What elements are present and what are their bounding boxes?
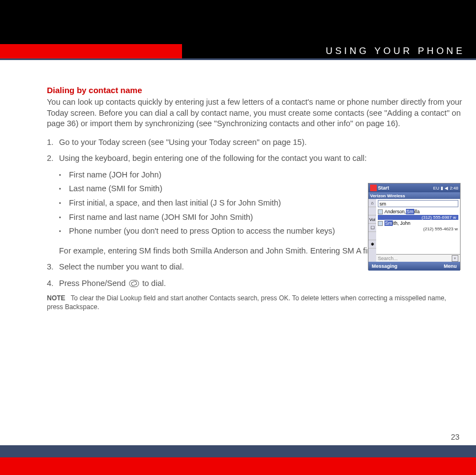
note-label: NOTE: [47, 294, 65, 302]
contact-card-icon: [378, 209, 383, 214]
note-paragraph: NOTE To clear the Dial Lookup field and …: [47, 294, 463, 311]
rail-icon: [368, 207, 376, 215]
step-number: 4.: [47, 278, 59, 289]
step4-suffix: to dial.: [142, 279, 166, 288]
intro-paragraph: You can look up contacts quickly by ente…: [47, 97, 463, 129]
bullet-text: First initial, a space, and then last in…: [69, 198, 281, 209]
contact-name-match: Sm: [384, 220, 393, 226]
softkey-left: Messaging: [372, 263, 398, 269]
shot-body: ⌂ Voi ☐ ✱ sm Anderson, Smilla (312) 555-…: [368, 199, 460, 262]
bullet-text: Phone number (you don't need to press Op…: [69, 226, 335, 237]
signal-icon: ▮: [441, 186, 443, 191]
phone-screenshot: Start EU ▮ ◀ 2:48 Verizon Wireless ⌂ Voi…: [368, 183, 461, 270]
bullet-text: First name and last name (JOH SMI for Jo…: [69, 212, 253, 223]
rail-icon: [368, 232, 376, 240]
rail-icon: ☐: [368, 224, 376, 232]
section-header-title: USING YOUR PHONE: [325, 46, 465, 57]
step-text: Press Phone/Send to dial.: [59, 278, 463, 289]
status-tray: EU ▮ ◀ 2:48: [433, 186, 458, 191]
start-label: Start: [378, 185, 389, 191]
rail-icon: ✱: [368, 240, 376, 249]
shot-main: sm Anderson, Smilla (312) 555-6987 w Smi…: [376, 199, 460, 262]
shot-left-rail: ⌂ Voi ☐ ✱: [368, 199, 376, 262]
bullet-marker: •: [59, 226, 69, 237]
step4-prefix: Press Phone/Send: [59, 279, 128, 288]
shot-titlebar: Start EU ▮ ◀ 2:48: [368, 183, 460, 192]
bullet-marker: •: [59, 170, 69, 181]
step-2: 2. Using the keyboard, begin entering on…: [47, 153, 458, 164]
contact-name-pre: Anderson,: [384, 209, 406, 214]
step-1: 1. Go to your Today screen (see "Using y…: [47, 137, 463, 148]
bullet-marker: •: [59, 212, 69, 223]
bottom-blue-strip: [0, 445, 476, 457]
bullet-text: First name (JOH for John): [69, 170, 162, 181]
bullet-item: • First name (JOH for John): [59, 170, 458, 181]
header-underline: [0, 58, 476, 60]
shot-search-input: sm: [378, 200, 458, 207]
bullet-marker: •: [59, 183, 69, 195]
clock: 2:48: [450, 186, 458, 191]
softkey-right: Menu: [444, 263, 457, 269]
contact-number: (212) 555-4623 w: [376, 226, 460, 231]
step-number: 2.: [47, 153, 59, 164]
contact-card-icon: [378, 221, 383, 226]
shot-search-bar: Search... ▾: [376, 254, 460, 262]
speaker-icon: ◀: [445, 186, 448, 191]
status-eu: EU: [433, 186, 439, 191]
contact-name-post: illa: [414, 209, 420, 214]
contact-row: Anderson, Smilla: [376, 208, 460, 215]
step-number: 1.: [47, 137, 59, 148]
page-number: 23: [451, 433, 459, 441]
windows-flag-icon: [370, 185, 377, 191]
search-placeholder: Search...: [378, 256, 398, 261]
note-body: To clear the Dial Lookup field and start…: [47, 294, 446, 311]
step-number: 3.: [47, 262, 59, 273]
phone-send-icon: [129, 280, 139, 287]
contact-row: Smith, John: [376, 220, 460, 226]
shot-softkeys: Messaging Menu: [368, 262, 460, 271]
bullet-marker: •: [59, 198, 69, 209]
contact-name-post: ith, John: [393, 220, 410, 226]
contact-number-selected: (312) 555-6987 w: [378, 215, 458, 220]
step-text: Go to your Today screen (see "Using your…: [59, 137, 463, 148]
section-header: USING YOUR PHONE: [182, 44, 476, 58]
step-text: Using the keyboard, begin entering one o…: [59, 153, 458, 164]
step-4: 4. Press Phone/Send to dial.: [47, 278, 463, 289]
subsection-heading: Dialing by contact name: [47, 85, 463, 95]
rail-icon: ⌂: [368, 199, 376, 207]
contact-name-match: Sm: [406, 209, 414, 214]
top-black-band: [0, 0, 476, 44]
bottom-red-band: [0, 457, 476, 475]
chevron-down-icon: ▾: [452, 255, 458, 262]
carrier-bar: Verizon Wireless: [368, 192, 460, 199]
bullet-text: Last name (SMI for Smith): [69, 183, 162, 195]
rail-voicemail: Voi: [368, 215, 376, 224]
